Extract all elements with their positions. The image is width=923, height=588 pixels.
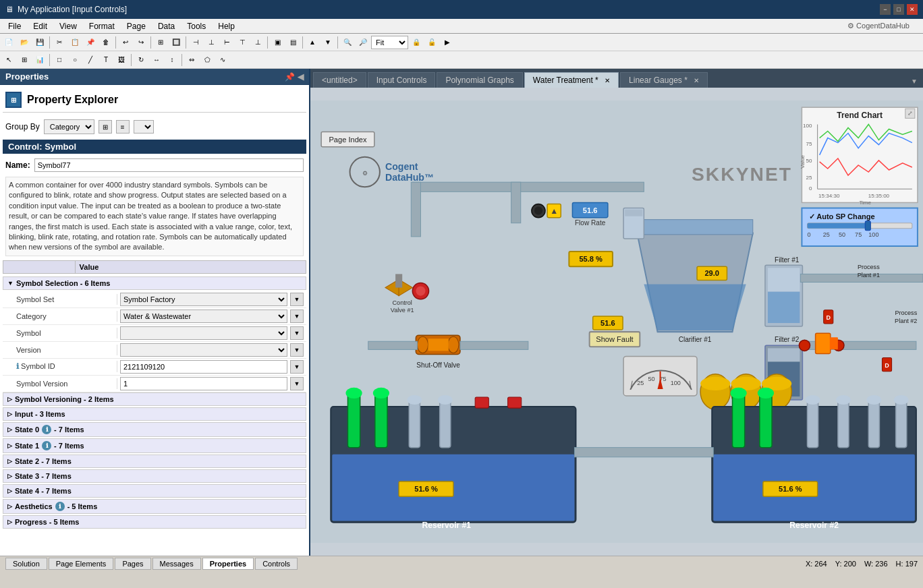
section-state-3[interactable]: ▷ State 3 - 7 Items <box>3 469 306 483</box>
redo-button[interactable]: ↪ <box>134 35 148 50</box>
group-by-select[interactable]: Category Name Type <box>44 119 94 134</box>
panel-pin-icon[interactable]: 📌 <box>285 72 295 82</box>
section-input[interactable]: ▷ Input - 3 Items <box>3 407 306 421</box>
svg-text:✓ Auto SP Change: ✓ Auto SP Change <box>809 212 875 220</box>
name-label: Name: <box>5 160 30 170</box>
version-dropdown-btn[interactable]: ▼ <box>290 343 304 357</box>
open-button[interactable]: 📂 <box>17 35 32 50</box>
tab-input-controls[interactable]: Input Controls <box>368 72 436 88</box>
symbol-version-dropdown-btn[interactable]: ▼ <box>290 377 304 390</box>
tab-page-elements[interactable]: Page Elements <box>49 558 114 570</box>
category-dropdown-btn[interactable]: ▼ <box>290 310 304 323</box>
flip-v-tool[interactable]: ↕ <box>165 53 179 67</box>
canvas-area[interactable]: ⚙ Cogent DataHub™ SKKYNET Page Index Cla… <box>310 88 923 556</box>
section-symbol-selection[interactable]: ▼ Symbol Selection - 6 Items <box>3 276 306 290</box>
minimize-button[interactable]: − <box>880 4 891 15</box>
ungroup-button[interactable]: ▤ <box>285 35 300 50</box>
cut-button[interactable]: ✂ <box>52 35 67 50</box>
section-state-1[interactable]: ▷ State 1 ℹ - 7 Items <box>3 438 306 453</box>
symbol-dropdown-btn[interactable]: ▼ <box>290 326 304 340</box>
tab-water-treatment[interactable]: Water Treatment * ✕ <box>524 72 619 88</box>
snap-button[interactable]: 🔲 <box>169 35 184 50</box>
menu-page[interactable]: Page <box>121 20 151 32</box>
section-aesthetics[interactable]: ▷ Aesthetics ℹ - 5 Items <box>3 499 306 514</box>
delete-button[interactable]: 🗑 <box>99 35 113 50</box>
play-button[interactable]: ▶ <box>440 35 455 50</box>
align-bottom[interactable]: ⊥ <box>250 35 265 50</box>
line-tool[interactable]: ╱ <box>83 53 98 67</box>
tab-properties[interactable]: Properties <box>202 558 254 570</box>
paste-button[interactable]: 📌 <box>83 35 98 50</box>
group-by-grid-icon[interactable]: ⊞ <box>99 120 112 134</box>
tab-polynomial-graphs[interactable]: Polynomial Graphs <box>437 72 522 88</box>
tab-close-linear-gauges[interactable]: ✕ <box>694 77 699 84</box>
grid-button[interactable]: ⊞ <box>153 35 168 50</box>
copy-button[interactable]: 📋 <box>67 35 82 50</box>
menu-view[interactable]: View <box>54 20 82 32</box>
svg-text:Shut-Off Valve: Shut-Off Valve <box>416 361 460 369</box>
zoom-in[interactable]: 🔍 <box>340 35 355 50</box>
symbol-id-dropdown-btn[interactable]: ▼ <box>290 360 304 374</box>
select-tool[interactable]: ↖ <box>1 53 16 67</box>
category-select[interactable]: Water & Wastewater <box>120 310 287 323</box>
menu-edit[interactable]: Edit <box>28 20 53 32</box>
group-button[interactable]: ▣ <box>270 35 285 50</box>
tab-close-water-treatment[interactable]: ✕ <box>605 77 610 84</box>
save-button[interactable]: 💾 <box>32 35 47 50</box>
section-progress[interactable]: ▷ Progress - 5 Items <box>3 515 306 529</box>
tab-scroll-right[interactable]: ▼ <box>908 75 920 88</box>
lock-button[interactable]: 🔒 <box>409 35 424 50</box>
version-select[interactable] <box>120 343 287 357</box>
maximize-button[interactable]: □ <box>893 4 904 15</box>
zoom-out[interactable]: 🔎 <box>356 35 370 50</box>
order-back[interactable]: ▼ <box>320 35 335 50</box>
tab-solution[interactable]: Solution <box>5 558 47 570</box>
ellipse-tool[interactable]: ○ <box>67 53 82 67</box>
tab-controls[interactable]: Controls <box>255 558 298 570</box>
polygon-tool[interactable]: ⬠ <box>200 53 215 67</box>
menu-help[interactable]: Help <box>213 20 240 32</box>
tab-pages[interactable]: Pages <box>115 558 150 570</box>
image-tool[interactable]: 🖼 <box>114 53 129 67</box>
table-tool[interactable]: ⊞ <box>17 53 32 67</box>
tab-untitled[interactable]: <untitled> <box>313 72 366 88</box>
align-right[interactable]: ⊢ <box>219 35 234 50</box>
flip-h-tool[interactable]: ↔ <box>149 53 164 67</box>
close-button[interactable]: ✕ <box>907 4 918 15</box>
symbol-set-dropdown-btn[interactable]: ▼ <box>290 293 304 306</box>
section-state-4[interactable]: ▷ State 4 - 7 Items <box>3 484 306 498</box>
panel-collapse-icon[interactable]: ◀ <box>298 72 304 82</box>
rotate-tool[interactable]: ↻ <box>134 53 148 67</box>
name-input[interactable] <box>34 158 304 172</box>
tab-linear-gauges[interactable]: Linear Gauges * ✕ <box>620 72 708 88</box>
tab-messages[interactable]: Messages <box>152 558 201 570</box>
svg-rect-84 <box>375 393 387 448</box>
group-by-list-icon[interactable]: ≡ <box>116 120 130 134</box>
connectors-tool[interactable]: ⇔ <box>184 53 199 67</box>
zoom-selector[interactable]: Fit 100% 50% <box>371 36 408 49</box>
symbol-version-input[interactable] <box>120 377 287 390</box>
section-symbol-versioning[interactable]: ▷ Symbol Versioning - 2 Items <box>3 392 306 406</box>
bezier-tool[interactable]: ∿ <box>215 53 230 67</box>
chart-tool[interactable]: 📊 <box>32 53 47 67</box>
symbol-select[interactable] <box>120 326 287 340</box>
new-button[interactable]: 📄 <box>1 35 16 50</box>
symbol-set-select[interactable]: Symbol Factory <box>120 293 287 306</box>
symbol-id-input[interactable] <box>120 360 287 374</box>
text-tool[interactable]: T <box>99 53 113 67</box>
unlock-button[interactable]: 🔓 <box>424 35 439 50</box>
rect-tool[interactable]: □ <box>52 53 67 67</box>
menu-format[interactable]: Format <box>84 20 120 32</box>
section-state-0[interactable]: ▷ State 0 ℹ - 7 Items <box>3 422 306 437</box>
group-by-extra[interactable] <box>134 120 154 134</box>
align-top[interactable]: ⊤ <box>235 35 250 50</box>
menu-data[interactable]: Data <box>152 20 180 32</box>
align-left[interactable]: ⊣ <box>188 35 203 50</box>
align-center[interactable]: ⊥ <box>204 35 219 50</box>
order-front[interactable]: ▲ <box>305 35 320 50</box>
menu-tools[interactable]: Tools <box>181 20 211 32</box>
section-state-2[interactable]: ▷ State 2 - 7 Items <box>3 454 306 468</box>
undo-button[interactable]: ↩ <box>118 35 133 50</box>
svg-rect-109 <box>816 333 831 353</box>
menu-file[interactable]: File <box>3 20 26 32</box>
